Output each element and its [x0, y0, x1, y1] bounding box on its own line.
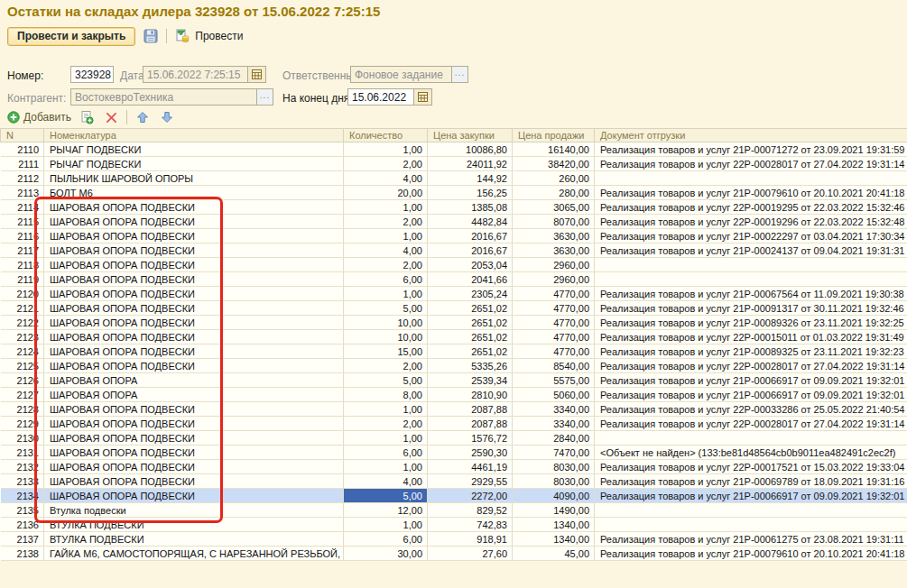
cell-purchase-price[interactable]: 742,83 [428, 518, 513, 532]
cell-shipment-doc[interactable]: Реализация товаров и услуг 21Р-00061275 … [595, 532, 907, 547]
column-header-shipment-doc[interactable]: Документ отгрузки [595, 129, 907, 142]
cell-shipment-doc[interactable] [595, 431, 907, 446]
cell-sale-price[interactable]: 4770,00 [513, 287, 595, 301]
table-row[interactable]: 2116ШАРОВАЯ ОПОРА ПОДВЕСКИ1,002016,67363… [1, 229, 907, 243]
cell-n[interactable]: 2116 [1, 229, 44, 243]
table-row[interactable]: 2138ГАЙКА М6, САМОСТОПОРЯЩАЯ, С НАРЕЗАНН… [1, 547, 907, 561]
cell-n[interactable]: 2119 [1, 272, 44, 287]
cell-purchase-price[interactable]: 2651,02 [428, 316, 513, 330]
counterparty-field[interactable]: ВостокевроТехника ... [70, 88, 273, 106]
cell-qty[interactable]: 6,00 [344, 272, 428, 287]
cell-nomenclature[interactable]: БОЛТ М6 [44, 186, 344, 200]
cell-shipment-doc[interactable]: Реализация товаров и услуг 21Р-00089325 … [595, 345, 907, 359]
column-header-nomenclature[interactable]: Номенклатура [44, 129, 344, 142]
cell-nomenclature[interactable]: ШАРОВАЯ ОПОРА ПОДВЕСКИ [44, 359, 344, 373]
cell-purchase-price[interactable]: 2053,04 [428, 258, 513, 272]
cell-sale-price[interactable]: 4770,00 [513, 330, 595, 345]
column-header-n[interactable]: N [1, 129, 44, 142]
cell-qty[interactable]: 2,00 [344, 258, 428, 272]
cell-nomenclature[interactable]: ВТУЛКА ПОДВЕСКИ [44, 532, 344, 547]
cell-nomenclature[interactable]: Втулка подвески [44, 503, 344, 518]
cell-n[interactable]: 2126 [1, 373, 44, 388]
cell-purchase-price[interactable]: 918,91 [428, 532, 513, 547]
cell-shipment-doc[interactable]: Реализация товаров и услуг 22Р-00028017 … [595, 359, 907, 373]
table-row[interactable]: 2111РЫЧАГ ПОДВЕСКИ2,0024011,9238420,00Ре… [1, 157, 907, 171]
post-and-close-button[interactable]: Провести и закрыть [7, 27, 135, 46]
cell-qty[interactable]: 2,00 [344, 215, 428, 229]
cell-purchase-price[interactable]: 2590,30 [428, 446, 513, 460]
table-row[interactable]: 2126ШАРОВАЯ ОПОРА5,002539,345575,00Реали… [1, 373, 907, 388]
table-row[interactable]: 2117ШАРОВАЯ ОПОРА ПОДВЕСКИ4,002016,67363… [1, 243, 907, 258]
table-row[interactable]: 2133ШАРОВАЯ ОПОРА ПОДВЕСКИ4,002929,55803… [1, 474, 907, 489]
cell-sale-price[interactable]: 280,00 [513, 186, 595, 200]
cell-shipment-doc[interactable]: Реализация товаров и услуг 21Р-00067564 … [595, 287, 907, 301]
post-button[interactable]: Провести [173, 27, 243, 45]
cell-n[interactable]: 2120 [1, 287, 44, 301]
cell-nomenclature[interactable]: ШАРОВАЯ ОПОРА ПОДВЕСКИ [44, 402, 344, 417]
cell-purchase-price[interactable]: 2087,88 [428, 417, 513, 431]
cell-qty[interactable]: 4,00 [344, 243, 428, 258]
cell-shipment-doc[interactable]: Реализация товаров и услуг 21Р-00066917 … [595, 489, 907, 503]
cell-purchase-price[interactable]: 27,60 [428, 547, 513, 561]
end-of-day-calendar-button[interactable] [413, 89, 431, 105]
table-row[interactable]: 2121ШАРОВАЯ ОПОРА ПОДВЕСКИ5,002651,02477… [1, 301, 907, 316]
cell-shipment-doc[interactable]: Реализация товаров и услуг 22Р-00019296 … [595, 215, 907, 229]
cell-n[interactable]: 2111 [1, 157, 44, 171]
cell-qty[interactable]: 4,00 [344, 171, 428, 186]
cell-n[interactable]: 2124 [1, 345, 44, 359]
cell-n[interactable]: 2132 [1, 460, 44, 474]
cell-qty[interactable]: 6,00 [344, 532, 428, 547]
cell-nomenclature[interactable]: ШАРОВАЯ ОПОРА ПОДВЕСКИ [44, 446, 344, 460]
cell-qty[interactable]: 1,00 [344, 431, 428, 446]
cell-shipment-doc[interactable]: Реализация товаров и услуг 22Р-00028017 … [595, 417, 907, 431]
table-row[interactable]: 2136ВТУЛКА ПОДВЕСКИ1,00742,831340,00 [1, 518, 907, 532]
cell-nomenclature[interactable]: ШАРОВАЯ ОПОРА ПОДВЕСКИ [44, 460, 344, 474]
cell-purchase-price[interactable]: 2041,66 [428, 272, 513, 287]
move-up-icon[interactable] [134, 108, 152, 126]
cell-shipment-doc[interactable]: Реализация товаров и услуг 21Р-00066917 … [595, 373, 907, 388]
cell-qty[interactable]: 20,00 [344, 186, 428, 200]
cell-purchase-price[interactable]: 2016,67 [428, 229, 513, 243]
cell-purchase-price[interactable]: 144,92 [428, 171, 513, 186]
cell-purchase-price[interactable]: 4461,19 [428, 460, 513, 474]
table-row[interactable]: 2135Втулка подвески12,00829,521490,00 [1, 503, 907, 518]
cell-qty[interactable]: 5,00 [344, 373, 428, 388]
table-row[interactable]: 2112ПЫЛЬНИК ШАРОВОЙ ОПОРЫ4,00144,92260,0… [1, 171, 907, 186]
cell-nomenclature[interactable]: ШАРОВАЯ ОПОРА [44, 388, 344, 402]
cell-shipment-doc[interactable] [595, 171, 907, 186]
cell-nomenclature[interactable]: ШАРОВАЯ ОПОРА ПОДВЕСКИ [44, 229, 344, 243]
cell-qty[interactable]: 1,00 [344, 200, 428, 215]
table-row[interactable]: 2125ШАРОВАЯ ОПОРА ПОДВЕСКИ2,005335,26854… [1, 359, 907, 373]
cell-sale-price[interactable]: 8030,00 [513, 460, 595, 474]
cell-shipment-doc[interactable]: Реализация товаров и услуг 21Р-00091317 … [595, 301, 907, 316]
cell-sale-price[interactable]: 3340,00 [513, 402, 595, 417]
cell-nomenclature[interactable]: ШАРОВАЯ ОПОРА ПОДВЕСКИ [44, 215, 344, 229]
cell-n[interactable]: 2138 [1, 547, 44, 561]
cell-sale-price[interactable]: 45,00 [513, 547, 595, 561]
add-row-button[interactable]: Добавить [7, 111, 71, 124]
cell-sale-price[interactable]: 3340,00 [513, 417, 595, 431]
cell-qty[interactable]: 15,00 [344, 345, 428, 359]
table-row[interactable]: 2131ШАРОВАЯ ОПОРА ПОДВЕСКИ6,002590,30747… [1, 446, 907, 460]
cell-n[interactable]: 2127 [1, 388, 44, 402]
table-row[interactable]: 2113БОЛТ М620,00156,25280,00Реализация т… [1, 186, 907, 200]
cell-sale-price[interactable]: 7470,00 [513, 446, 595, 460]
cell-purchase-price[interactable]: 2651,02 [428, 345, 513, 359]
cell-n[interactable]: 2118 [1, 258, 44, 272]
cell-qty[interactable]: 10,00 [344, 330, 428, 345]
cell-qty[interactable]: 4,00 [344, 474, 428, 489]
cell-n[interactable]: 2137 [1, 532, 44, 547]
cell-shipment-doc[interactable] [595, 518, 907, 532]
cell-nomenclature[interactable]: ШАРОВАЯ ОПОРА ПОДВЕСКИ [44, 258, 344, 272]
cell-purchase-price[interactable]: 5335,26 [428, 359, 513, 373]
cell-purchase-price[interactable]: 2272,00 [428, 489, 513, 503]
table-row[interactable]: 2123ШАРОВАЯ ОПОРА ПОДВЕСКИ10,002651,0247… [1, 330, 907, 345]
counterparty-ellipsis-button[interactable]: ... [256, 89, 273, 105]
cell-n[interactable]: 2133 [1, 474, 44, 489]
cell-sale-price[interactable]: 260,00 [513, 171, 595, 186]
cell-shipment-doc[interactable]: Реализация товаров и услуг 21Р-00079610 … [595, 186, 907, 200]
column-header-qty[interactable]: Количество [344, 129, 428, 142]
copy-row-icon[interactable] [78, 108, 96, 126]
cell-nomenclature[interactable]: ШАРОВАЯ ОПОРА ПОДВЕСКИ [44, 301, 344, 316]
table-row[interactable]: 2132ШАРОВАЯ ОПОРА ПОДВЕСКИ1,004461,19803… [1, 460, 907, 474]
